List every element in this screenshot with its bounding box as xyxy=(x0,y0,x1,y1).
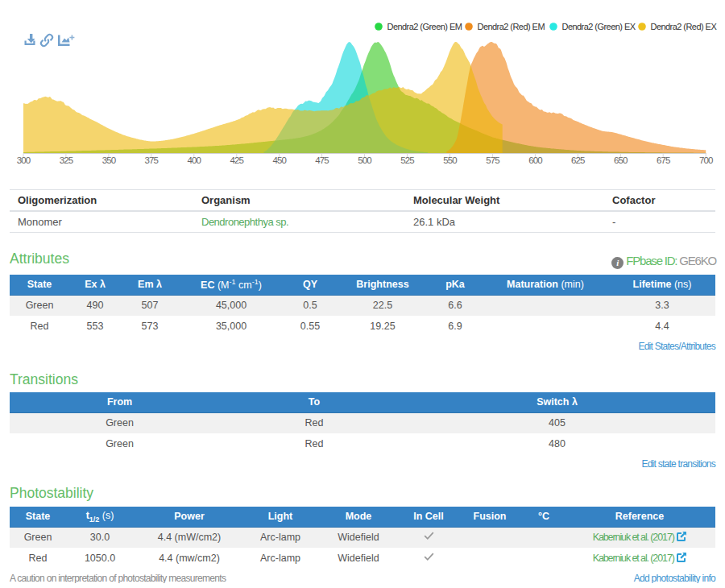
svg-text:500: 500 xyxy=(358,155,371,165)
svg-text:525: 525 xyxy=(400,155,414,165)
svg-text:550: 550 xyxy=(443,155,457,165)
svg-text:Dendra2 (Red) EX: Dendra2 (Red) EX xyxy=(651,22,718,31)
svg-text:Dendra2 (Red) EM: Dendra2 (Red) EM xyxy=(478,22,545,31)
svg-text:400: 400 xyxy=(188,155,201,165)
svg-text:600: 600 xyxy=(528,155,542,165)
svg-text:350: 350 xyxy=(102,155,116,165)
svg-text:675: 675 xyxy=(657,155,670,165)
svg-text:650: 650 xyxy=(614,155,628,165)
svg-text:475: 475 xyxy=(315,155,329,165)
svg-text:325: 325 xyxy=(60,155,73,165)
svg-text:575: 575 xyxy=(486,155,499,165)
svg-text:700: 700 xyxy=(699,155,713,165)
svg-text:625: 625 xyxy=(571,155,585,165)
svg-text:375: 375 xyxy=(145,155,159,165)
svg-text:450: 450 xyxy=(272,155,286,165)
svg-text:Dendra2 (Green) EX: Dendra2 (Green) EX xyxy=(562,22,636,31)
svg-text:300: 300 xyxy=(17,155,31,165)
svg-text:Dendra2 (Green) EM: Dendra2 (Green) EM xyxy=(387,22,462,31)
svg-text:425: 425 xyxy=(230,155,244,165)
